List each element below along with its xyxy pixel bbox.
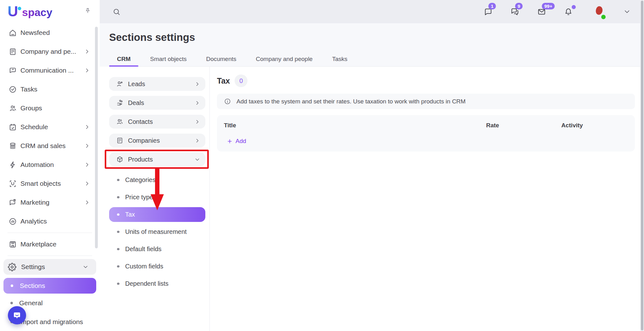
sidebar-item-crm-and-sales[interactable]: CRM and sales <box>0 136 100 155</box>
info-text: Add taxes to the system and set their ra… <box>236 98 466 105</box>
submenu-item-tax[interactable]: Tax <box>109 207 205 222</box>
page-title: Sections settings <box>109 31 644 43</box>
sidebar-item-sections[interactable]: Sections <box>3 278 96 294</box>
sidebar-item-label: Marketplace <box>20 240 56 248</box>
bullet-icon <box>117 248 119 250</box>
tab-crm[interactable]: CRM <box>109 52 138 66</box>
count-badge: 0 <box>235 74 247 87</box>
chevron-right-icon <box>84 143 90 149</box>
chevron-right-icon <box>194 119 200 125</box>
sidebar-item-schedule[interactable]: Schedule <box>0 118 100 136</box>
crm-nav-deals[interactable]: Deals <box>109 96 205 110</box>
notification-dot <box>572 5 576 9</box>
sidebar-item-label: Groups <box>20 104 42 112</box>
search-button[interactable] <box>112 8 121 16</box>
pin-sidebar-button[interactable] <box>84 7 92 16</box>
pin-icon <box>84 7 92 15</box>
tax-heading-row: Tax 0 <box>217 74 635 87</box>
bullet-icon <box>117 179 119 181</box>
sidebar-item-communication[interactable]: Communication ... <box>0 61 100 80</box>
sidebar-header: U spacy <box>0 0 100 23</box>
smart-objects-icon <box>8 179 17 188</box>
add-button[interactable]: Add <box>227 138 246 145</box>
submenu-item-price-types[interactable]: Price types <box>109 189 209 206</box>
sidebar-item-label: CRM and sales <box>20 142 66 150</box>
sidebar-item-label: Analytics <box>20 218 47 225</box>
bell-icon <box>564 7 573 16</box>
sidebar-item-label: Tasks <box>20 86 37 93</box>
column-header-activity: Activity <box>561 122 635 129</box>
chevron-down-icon <box>82 264 89 270</box>
team-chat-badge: 9 <box>515 3 523 9</box>
sidebar-scrollbar[interactable] <box>95 27 98 248</box>
schedule-icon <box>8 123 17 131</box>
info-icon <box>224 98 231 105</box>
window-scrollbar[interactable] <box>640 0 644 331</box>
profile-dropdown-button[interactable] <box>623 8 631 15</box>
automation-icon <box>8 161 17 169</box>
bullet-icon <box>117 196 119 198</box>
submenu-item-default-fields[interactable]: Default fields <box>109 240 209 258</box>
tab-tasks[interactable]: Tasks <box>324 52 355 66</box>
support-chat-button[interactable] <box>8 306 26 324</box>
user-menu[interactable] <box>591 4 606 19</box>
sidebar-item-label: Communication ... <box>20 67 74 74</box>
sidebar-item-label: Automation <box>20 161 54 168</box>
sidebar-item-newsfeed[interactable]: Newsfeed <box>0 23 100 42</box>
chevron-right-icon <box>194 138 200 144</box>
topbar-actions: 1 9 99+ <box>484 4 631 19</box>
mail-button[interactable]: 99+ <box>537 7 546 16</box>
sidebar-item-marketing[interactable]: Marketing <box>0 193 100 212</box>
crm-nav-contacts[interactable]: Contacts <box>109 115 205 129</box>
sidebar-item-smart-objects[interactable]: Smart objects <box>0 174 100 193</box>
products-submenu: Categories Price types Tax Units of meas… <box>109 171 209 292</box>
notifications-button[interactable] <box>564 7 573 16</box>
sidebar-item-tasks[interactable]: Tasks <box>0 80 100 99</box>
submenu-item-dependent-lists[interactable]: Dependent lists <box>109 275 209 292</box>
mail-badge: 99+ <box>542 3 555 9</box>
marketing-icon <box>8 198 17 207</box>
sidebar-item-label: Import and migrations <box>19 318 83 326</box>
crm-nav-products[interactable]: Products <box>109 152 205 166</box>
sidebar-item-settings[interactable]: Settings <box>3 259 96 275</box>
bullet-icon <box>117 283 119 285</box>
chevron-right-icon <box>84 48 90 55</box>
groups-icon <box>8 104 17 113</box>
leads-icon <box>116 80 124 88</box>
submenu-item-custom-fields[interactable]: Custom fields <box>109 258 209 275</box>
communication-icon <box>8 66 17 75</box>
window-scrollbar-thumb[interactable] <box>641 1 643 330</box>
plus-icon <box>227 138 233 144</box>
uspacy-logo[interactable]: U spacy <box>8 4 55 19</box>
chevron-right-icon <box>84 180 90 187</box>
sidebar-item-groups[interactable]: Groups <box>0 99 100 118</box>
sidebar-item-marketplace[interactable]: Marketplace <box>0 235 100 254</box>
chevron-right-icon <box>84 162 90 168</box>
chevron-down-icon <box>194 157 200 163</box>
home-icon <box>8 29 17 37</box>
sidebar-divider <box>8 256 92 256</box>
sidebar-item-label: Newsfeed <box>20 29 50 36</box>
sidebar-item-analytics[interactable]: Analytics <box>0 212 100 231</box>
info-banner: Add taxes to the system and set their ra… <box>217 94 635 109</box>
sidebar-item-company-and-people[interactable]: Company and pe... <box>0 42 100 61</box>
sidebar-item-automation[interactable]: Automation <box>0 155 100 174</box>
content: Leads Deals Contacts Companies Products <box>100 67 644 331</box>
submenu-item-categories[interactable]: Categories <box>109 171 209 189</box>
tax-table: Title Rate Activity Add <box>217 115 635 152</box>
crm-nav-leads[interactable]: Leads <box>109 77 205 91</box>
tab-documents[interactable]: Documents <box>198 52 244 66</box>
crm-nav-companies[interactable]: Companies <box>109 134 205 147</box>
chevron-right-icon <box>194 81 200 87</box>
chat-button[interactable]: 1 <box>484 7 493 16</box>
chat-badge: 1 <box>488 3 496 9</box>
chevron-down-icon <box>623 8 631 15</box>
tax-panel: Tax 0 Add taxes to the system and set th… <box>210 67 644 331</box>
gear-icon <box>8 263 16 271</box>
submenu-item-units-of-measurement[interactable]: Units of measurement <box>109 223 209 240</box>
tasks-icon <box>8 85 17 94</box>
team-chat-button[interactable]: 9 <box>510 7 519 16</box>
tab-company-and-people[interactable]: Company and people <box>248 52 321 66</box>
tab-smart-objects[interactable]: Smart objects <box>142 52 194 66</box>
sidebar-item-label: Company and pe... <box>20 48 76 55</box>
